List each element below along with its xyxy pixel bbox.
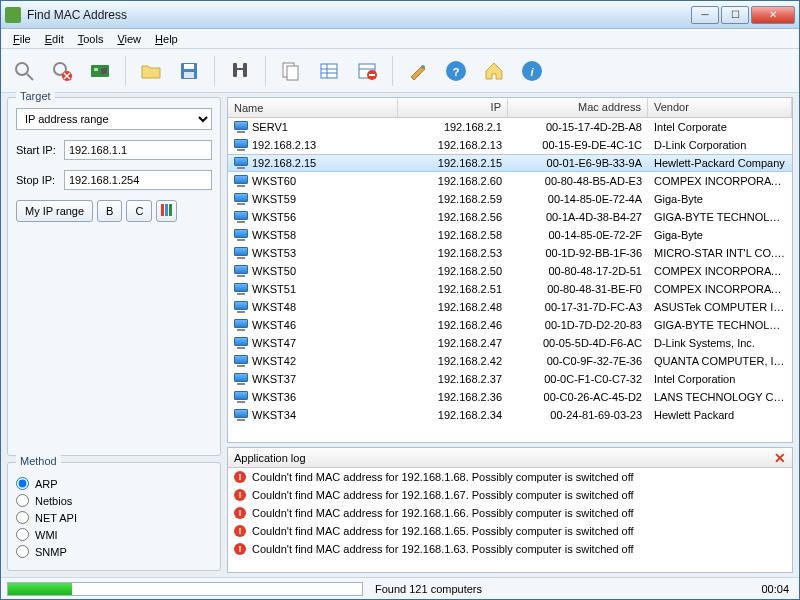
log-entry[interactable]: !Couldn't find MAC address for 192.168.1… bbox=[228, 522, 792, 540]
svg-point-26 bbox=[421, 65, 425, 69]
svg-rect-11 bbox=[184, 64, 194, 69]
table-row[interactable]: WKST51192.168.2.5100-80-48-31-BE-F0COMPE… bbox=[228, 280, 792, 298]
table-row[interactable]: WKST34192.168.2.3400-24-81-69-03-23Hewle… bbox=[228, 406, 792, 424]
log-entry[interactable]: !Couldn't find MAC address for 192.168.1… bbox=[228, 504, 792, 522]
minimize-button[interactable]: ─ bbox=[691, 6, 719, 24]
computer-icon bbox=[234, 193, 248, 205]
computer-icon bbox=[234, 355, 248, 367]
left-panel: Target IP address range Start IP: Stop I… bbox=[1, 93, 227, 577]
svg-point-0 bbox=[16, 63, 28, 75]
menu-edit[interactable]: Edit bbox=[39, 31, 70, 47]
table-row[interactable]: WKST58192.168.2.5800-14-85-0E-72-2FGiga-… bbox=[228, 226, 792, 244]
svg-rect-15 bbox=[236, 68, 244, 70]
col-header-ip[interactable]: IP bbox=[398, 98, 508, 117]
table-row[interactable]: WKST53192.168.2.5300-1D-92-BB-1F-36MICRO… bbox=[228, 244, 792, 262]
method-net-api[interactable]: NET API bbox=[16, 511, 212, 524]
menu-help[interactable]: Help bbox=[149, 31, 184, 47]
svg-rect-18 bbox=[321, 64, 337, 78]
table-row[interactable]: 192.168.2.13192.168.2.1300-15-E9-DE-4C-1… bbox=[228, 136, 792, 154]
target-mode-select[interactable]: IP address range bbox=[16, 108, 212, 130]
network-card-button[interactable] bbox=[83, 54, 117, 88]
my-ip-range-button[interactable]: My IP range bbox=[16, 200, 93, 222]
table-row[interactable]: 192.168.2.15192.168.2.1500-01-E6-9B-33-9… bbox=[228, 154, 792, 172]
maximize-button[interactable]: ☐ bbox=[721, 6, 749, 24]
start-ip-input[interactable] bbox=[64, 140, 212, 160]
log-close-icon[interactable]: ✕ bbox=[774, 450, 786, 466]
log-entry[interactable]: !Couldn't find MAC address for 192.168.1… bbox=[228, 486, 792, 504]
right-panel: Name IP Mac address Vendor SERV1192.168.… bbox=[227, 93, 799, 577]
close-button[interactable]: ✕ bbox=[751, 6, 795, 24]
table-row[interactable]: WKST46192.168.2.4600-1D-7D-D2-20-83GIGA-… bbox=[228, 316, 792, 334]
log-entry[interactable]: !Couldn't find MAC address for 192.168.1… bbox=[228, 540, 792, 558]
method-snmp[interactable]: SNMP bbox=[16, 545, 212, 558]
svg-line-1 bbox=[27, 74, 33, 80]
computer-icon bbox=[234, 409, 248, 421]
table-row[interactable]: WKST47192.168.2.4700-05-5D-4D-F6-ACD-Lin… bbox=[228, 334, 792, 352]
svg-text:?: ? bbox=[453, 66, 460, 78]
col-header-vendor[interactable]: Vendor bbox=[648, 98, 792, 117]
titlebar[interactable]: Find MAC Address ─ ☐ ✕ bbox=[1, 1, 799, 29]
computer-icon bbox=[234, 229, 248, 241]
menu-file[interactable]: File bbox=[7, 31, 37, 47]
svg-rect-9 bbox=[101, 68, 107, 74]
table-button[interactable] bbox=[312, 54, 346, 88]
start-ip-label: Start IP: bbox=[16, 144, 58, 156]
progress-bar bbox=[7, 582, 363, 596]
computer-icon bbox=[234, 121, 248, 133]
search-button[interactable] bbox=[7, 54, 41, 88]
computer-icon bbox=[234, 211, 248, 223]
log-body[interactable]: !Couldn't find MAC address for 192.168.1… bbox=[228, 468, 792, 572]
method-fieldset: Method ARPNetbiosNET APIWMISNMP bbox=[7, 462, 221, 571]
color-button[interactable] bbox=[156, 200, 177, 222]
results-table: Name IP Mac address Vendor SERV1192.168.… bbox=[227, 97, 793, 443]
open-button[interactable] bbox=[134, 54, 168, 88]
table-row[interactable]: WKST42192.168.2.4200-C0-9F-32-7E-36QUANT… bbox=[228, 352, 792, 370]
stop-ip-input[interactable] bbox=[64, 170, 212, 190]
class-c-button[interactable]: C bbox=[126, 200, 152, 222]
status-found: Found 121 computers bbox=[369, 583, 751, 595]
computer-icon bbox=[234, 283, 248, 295]
home-button[interactable] bbox=[477, 54, 511, 88]
method-wmi[interactable]: WMI bbox=[16, 528, 212, 541]
class-b-button[interactable]: B bbox=[97, 200, 122, 222]
table-row[interactable]: WKST56192.168.2.5600-1A-4D-38-B4-27GIGA-… bbox=[228, 208, 792, 226]
svg-rect-17 bbox=[287, 66, 298, 80]
computer-icon bbox=[234, 247, 248, 259]
menu-tools[interactable]: Tools bbox=[72, 31, 110, 47]
table-row[interactable]: WKST48192.168.2.4800-17-31-7D-FC-A3ASUST… bbox=[228, 298, 792, 316]
error-icon: ! bbox=[234, 489, 246, 501]
log-entry[interactable]: !Couldn't find MAC address for 192.168.1… bbox=[228, 468, 792, 486]
table-row[interactable]: WKST60192.168.2.6000-80-48-B5-AD-E3COMPE… bbox=[228, 172, 792, 190]
error-icon: ! bbox=[234, 507, 246, 519]
stop-ip-label: Stop IP: bbox=[16, 174, 58, 186]
table-row[interactable]: WKST59192.168.2.5900-14-85-0E-72-4AGiga-… bbox=[228, 190, 792, 208]
stop-search-button[interactable] bbox=[45, 54, 79, 88]
statusbar: Found 121 computers 00:04 bbox=[1, 577, 799, 599]
table-row[interactable]: SERV1192.168.2.100-15-17-4D-2B-A8Intel C… bbox=[228, 118, 792, 136]
table-row[interactable]: WKST37192.168.2.3700-0C-F1-C0-C7-32Intel… bbox=[228, 370, 792, 388]
col-header-name[interactable]: Name bbox=[228, 98, 398, 117]
delete-row-button[interactable] bbox=[350, 54, 384, 88]
find-button[interactable] bbox=[223, 54, 257, 88]
method-legend: Method bbox=[16, 455, 61, 467]
about-button[interactable]: i bbox=[515, 54, 549, 88]
toolbar: ? i bbox=[1, 49, 799, 93]
table-row[interactable]: WKST36192.168.2.3600-C0-26-AC-45-D2LANS … bbox=[228, 388, 792, 406]
col-header-mac[interactable]: Mac address bbox=[508, 98, 648, 117]
target-legend: Target bbox=[16, 90, 55, 102]
menu-view[interactable]: View bbox=[111, 31, 147, 47]
method-netbios[interactable]: Netbios bbox=[16, 494, 212, 507]
help-button[interactable]: ? bbox=[439, 54, 473, 88]
copy-button[interactable] bbox=[274, 54, 308, 88]
log-panel: Application log ✕ !Couldn't find MAC add… bbox=[227, 447, 793, 573]
method-arp[interactable]: ARP bbox=[16, 477, 212, 490]
target-fieldset: Target IP address range Start IP: Stop I… bbox=[7, 97, 221, 456]
table-row[interactable]: WKST50192.168.2.5000-80-48-17-2D-51COMPE… bbox=[228, 262, 792, 280]
computer-icon bbox=[234, 391, 248, 403]
error-icon: ! bbox=[234, 525, 246, 537]
table-body[interactable]: SERV1192.168.2.100-15-17-4D-2B-A8Intel C… bbox=[228, 118, 792, 442]
save-button[interactable] bbox=[172, 54, 206, 88]
app-window: Find MAC Address ─ ☐ ✕ FileEditToolsView… bbox=[0, 0, 800, 600]
settings-button[interactable] bbox=[401, 54, 435, 88]
computer-icon bbox=[234, 337, 248, 349]
